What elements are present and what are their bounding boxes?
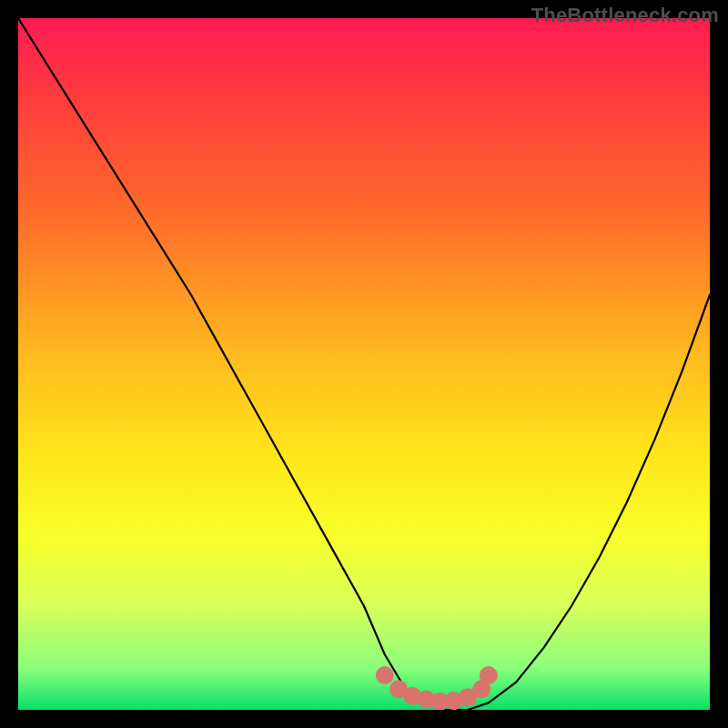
- plot-area: [18, 18, 710, 710]
- chart-frame: TheBottleneck.com: [0, 0, 728, 728]
- sweet-spot-marker: [480, 666, 498, 684]
- watermark-text: TheBottleneck.com: [531, 4, 719, 27]
- bottleneck-curve-svg: [18, 18, 710, 710]
- sweet-spot-marker: [376, 666, 394, 684]
- bottleneck-curve-path: [18, 18, 710, 710]
